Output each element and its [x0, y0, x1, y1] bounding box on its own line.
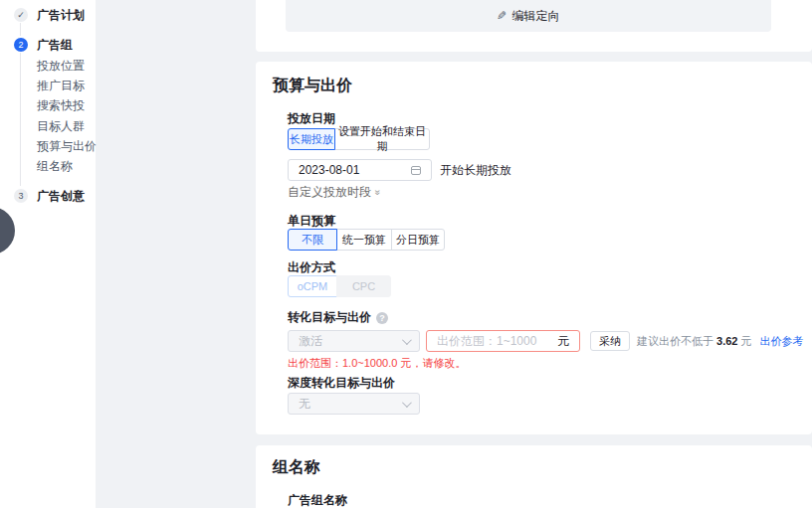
group-name-field-label: 广告组名称	[288, 492, 347, 508]
sidebar-item-group-name[interactable]: 组名称	[37, 159, 73, 173]
check-icon: ✓	[14, 8, 28, 22]
sidebar-item-budget-bid[interactable]: 预算与出价	[37, 139, 97, 153]
sidebar-item-search-boost[interactable]: 搜索快投	[37, 98, 85, 112]
bid-type-label: 出价方式	[288, 259, 335, 276]
start-date-hint: 开始长期投放	[440, 162, 511, 179]
custom-schedule-label: 自定义投放时段	[288, 184, 371, 201]
bid-error-message: 出价范围：1.0~1000.0 元，请修改。	[288, 356, 466, 371]
step-label: 广告创意	[37, 188, 85, 205]
date-range-option[interactable]: 设置开始和结束日期	[334, 128, 430, 150]
suggested-bid-text: 建议出价不低于 3.62 元	[637, 330, 752, 352]
suggest-suffix: 元	[737, 335, 751, 347]
budget-card: 预算与出价 投放日期 长期投放 设置开始和结束日期 2023-08-01 开始长…	[256, 62, 812, 434]
bid-placeholder: 出价范围：1~1000	[437, 333, 536, 350]
suggest-value: 3.62	[716, 335, 737, 347]
edit-targeting-label: 编辑定向	[512, 8, 560, 25]
start-date-row: 2023-08-01 开始长期投放	[288, 159, 511, 181]
conversion-goal-value: 激活	[299, 333, 322, 350]
start-date-value: 2023-08-01	[299, 163, 359, 177]
daily-budget-label: 单日预算	[288, 213, 335, 230]
bid-amount-input[interactable]: 出价范围：1~1000 元	[426, 330, 580, 352]
bid-type-segmented: oCPM CPC	[288, 275, 391, 297]
step-label: 广告计划	[37, 7, 85, 24]
edit-targeting-button[interactable]: ✎ 编辑定向	[286, 0, 771, 32]
sidebar-item-audience[interactable]: 目标人群	[37, 119, 85, 133]
sidebar-item-placement[interactable]: 投放位置	[37, 59, 85, 73]
start-date-input[interactable]: 2023-08-01	[288, 159, 432, 181]
long-term-option[interactable]: 长期投放	[288, 128, 335, 150]
step-3-badge: 3	[14, 189, 28, 203]
step-connector	[20, 53, 21, 186]
schedule-segmented: 长期投放 设置开始和结束日期	[288, 128, 430, 150]
bid-reference-link[interactable]: 出价参考	[760, 330, 804, 352]
sidebar-item-ad-group[interactable]: 2 广告组	[0, 37, 73, 53]
adopt-button[interactable]: 采纳	[590, 331, 630, 351]
daily-budget-segmented: 不限 统一预算 分日预算	[288, 229, 445, 251]
custom-schedule-toggle[interactable]: 自定义投放时段 »	[288, 184, 381, 201]
step-label: 广告组	[37, 37, 73, 54]
conversion-bid-label-text: 转化目标与出价	[288, 309, 371, 326]
conversion-bid-label: 转化目标与出价 ?	[288, 309, 388, 326]
step-2-badge: 2	[14, 38, 28, 52]
conversion-goal-select[interactable]: 激活	[288, 330, 420, 352]
calendar-icon	[411, 166, 421, 175]
page: ✓ 广告计划 2 广告组 投放位置 推广目标 搜索快投 目标人群 预算与出价 组…	[0, 0, 812, 508]
deep-conversion-value: 无	[299, 396, 310, 413]
sidebar-item-ad-plan[interactable]: ✓ 广告计划	[0, 7, 85, 23]
suggest-prefix: 建议出价不低于	[637, 335, 716, 347]
cpc-option[interactable]: CPC	[336, 275, 391, 297]
group-name-title: 组名称	[273, 457, 320, 478]
conversion-bid-row: 激活 出价范围：1~1000 元 采纳 建议出价不低于 3.62 元 出价参考	[288, 330, 804, 352]
deep-conversion-label: 深度转化目标与出价	[288, 375, 395, 392]
targeting-card: ✎ 编辑定向	[256, 0, 812, 52]
sidebar-item-promo-goal[interactable]: 推广目标	[37, 79, 85, 92]
ocpm-option[interactable]: oCPM	[288, 275, 337, 297]
step-sidebar: ✓ 广告计划 2 广告组 投放位置 推广目标 搜索快投 目标人群 预算与出价 组…	[0, 0, 96, 508]
edit-icon: ✎	[497, 9, 507, 23]
bid-unit: 元	[557, 333, 569, 350]
chevron-down-icon	[402, 335, 412, 345]
help-icon[interactable]: ?	[376, 312, 388, 324]
step-connector	[20, 23, 21, 36]
budget-daily-option[interactable]: 分日预算	[391, 229, 445, 251]
chevron-down-icon: »	[372, 190, 383, 196]
chevron-down-icon	[402, 398, 412, 408]
schedule-label: 投放日期	[288, 110, 335, 127]
budget-unlimited-option[interactable]: 不限	[288, 229, 337, 251]
group-name-card: 组名称 广告组名称	[256, 445, 812, 508]
budget-card-title: 预算与出价	[273, 76, 352, 96]
budget-unified-option[interactable]: 统一预算	[336, 229, 392, 251]
sidebar-item-ad-creative[interactable]: 3 广告创意	[0, 188, 85, 204]
deep-conversion-select[interactable]: 无	[288, 393, 420, 415]
